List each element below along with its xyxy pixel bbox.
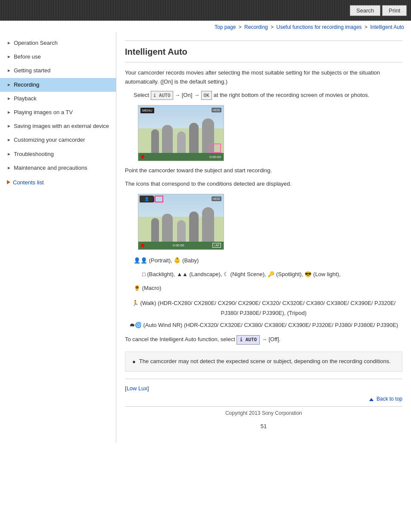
instruction-suffix: at the right bottom of the recording scr… <box>213 92 369 98</box>
print-button[interactable]: Print <box>382 5 407 16</box>
detection-highlight <box>155 196 163 202</box>
intro-text: Your camcorder records movies after sele… <box>125 68 402 87</box>
up-arrow-icon <box>369 398 374 401</box>
sidebar-label: Playing images on a TV <box>14 109 112 116</box>
sidebar-item-maintenance[interactable]: ► Maintenance and precautions <box>0 161 116 175</box>
lowlight-icon: 😎 <box>305 271 311 277</box>
footer-divider <box>125 406 402 407</box>
night-icon: ☾ <box>224 271 229 277</box>
wind-icon: 🌧🌀 <box>129 322 142 328</box>
camera-time-2: 0:00:00 <box>173 243 184 247</box>
breadcrumb-useful-link[interactable]: Useful functions for recording images <box>276 24 361 30</box>
sidebar-item-playing-images[interactable]: ► Playing images on a TV <box>0 106 116 119</box>
main-content: Intelligent Auto Your camcorder records … <box>116 32 411 442</box>
sidebar: ► Operation Search ► Before use ► Gettin… <box>0 32 116 442</box>
spotlight-icon: 🔑 <box>268 271 274 277</box>
back-to-top-label: Back to top <box>377 396 402 402</box>
chevron-right-icon: ► <box>7 68 11 74</box>
cancel-arrow: → [Off]. <box>262 336 281 342</box>
sidebar-item-playback[interactable]: ► Playback <box>0 92 116 106</box>
camera-screen-2: MENU 👤 HDD 0:00:00 i AF <box>138 194 224 249</box>
sidebar-label: Playback <box>14 95 112 103</box>
cancel-line: To cancel the Intelligent Auto function,… <box>125 335 402 345</box>
iauto-instruction-btn: i AUTO <box>151 91 173 100</box>
scene-detect-badge: 👤 <box>140 196 153 202</box>
page-title: Intelligent Auto <box>125 47 402 57</box>
sidebar-label: Customizing your camcorder <box>14 136 112 144</box>
layout: ► Operation Search ► Before use ► Gettin… <box>0 32 411 442</box>
header-buttons: Search Print <box>350 5 407 16</box>
night-label: (Night Scene), <box>230 271 268 277</box>
note-bullet: The camcorder may not detect the expecte… <box>132 357 395 367</box>
camera-image-2: MENU 👤 HDD 0:00:00 i AF <box>138 194 224 250</box>
low-lux-row: [Low Lux] <box>125 385 402 392</box>
back-to-top-row: Back to top <box>125 396 402 402</box>
sidebar-item-operation-search[interactable]: ► Operation Search <box>0 36 116 50</box>
breadcrumb: Top page > Recording > Useful functions … <box>0 21 411 32</box>
chevron-right-icon: ► <box>7 82 11 88</box>
sidebar-label: Maintenance and precautions <box>14 164 112 172</box>
contents-list-label: Contents list <box>13 179 44 186</box>
chevron-right-icon: ► <box>7 151 11 157</box>
top-divider <box>125 40 402 41</box>
walk-tripod-row: 🏃 (Walk) (HDR-CX280/ CX280E/ CX290/ CX29… <box>125 298 402 318</box>
portrait-label: (Portrait), <box>149 257 174 264</box>
camera-time: 0:00:00 <box>209 155 221 159</box>
low-lux-link[interactable]: Low Lux <box>127 385 147 392</box>
sidebar-item-before-use[interactable]: ► Before use <box>0 50 116 64</box>
menu-icon: MENU <box>140 108 154 113</box>
bottom-divider <box>125 379 402 379</box>
breadcrumb-top-link[interactable]: Top page <box>215 24 236 30</box>
contents-list-link[interactable]: Contents list <box>0 175 116 190</box>
title-divider <box>125 62 402 62</box>
macro-label: (Macro) <box>142 285 162 291</box>
ok-instruction-btn: OK <box>201 91 212 100</box>
sidebar-item-saving-images[interactable]: ► Saving images with an external device <box>0 119 116 133</box>
chevron-right-icon: ► <box>7 123 11 129</box>
cancel-prefix: To cancel the Intelligent Auto function,… <box>125 336 235 342</box>
landscape-icon: ▲▲ <box>177 271 188 277</box>
baby-icon: 👶 <box>174 257 181 264</box>
camera-bg-2 <box>138 194 224 249</box>
chevron-right-icon: ► <box>7 54 11 60</box>
sidebar-label: Operation Search <box>14 39 112 47</box>
sidebar-item-recording[interactable]: ► Recording <box>0 78 116 92</box>
iauto-cancel-badge: i AUTO <box>237 335 260 345</box>
chevron-right-icon: ► <box>7 109 11 115</box>
sidebar-item-customizing[interactable]: ► Customizing your camcorder <box>0 133 116 147</box>
search-button[interactable]: Search <box>350 5 380 16</box>
sidebar-item-troubleshooting[interactable]: ► Troubleshooting <box>0 147 116 161</box>
sidebar-item-getting-started[interactable]: ► Getting started <box>0 64 116 78</box>
lowlight-label: (Low light), <box>313 271 341 277</box>
sidebar-label: Troubleshooting <box>14 150 112 158</box>
note-text: The camcorder may not detect the expecte… <box>139 357 391 366</box>
sidebar-label: Getting started <box>14 67 112 75</box>
iauto-highlight-box <box>209 143 221 153</box>
scene-icons-row-macro: 🌻 (Macro) <box>134 283 402 294</box>
camera-bottom-bar-2: 0:00:00 i AF <box>138 242 224 249</box>
hd-label-2: HDD <box>212 196 221 201</box>
header-bar: Search Print <box>0 0 411 21</box>
breadcrumb-recording-link[interactable]: Recording <box>244 24 268 30</box>
rec-dot <box>141 155 144 159</box>
note-box: The camcorder may not detect the expecte… <box>125 352 402 372</box>
page-number: 51 <box>125 423 402 434</box>
wind-label: (Auto Wind NR) (HDR-CX320/ CX320E/ CX380… <box>143 322 398 328</box>
walk-icon: 🏃 <box>132 300 139 306</box>
macro-icon: 🌻 <box>134 285 140 291</box>
backlight-icon: □ <box>142 271 146 277</box>
camera-bottom-bar: 0:00:00 <box>138 153 224 161</box>
back-to-top-link[interactable]: Back to top <box>369 396 402 402</box>
instruction-line: Select i AUTO → [On] → OK at the right b… <box>134 91 402 100</box>
chevron-right-icon: ► <box>7 137 11 143</box>
backlight-label: (Backlight), <box>147 271 177 277</box>
chevron-right-icon: ► <box>7 165 11 171</box>
hd-label: HDD <box>212 108 221 112</box>
sidebar-label: Saving images with an external device <box>14 122 112 130</box>
rec-dot-2 <box>141 244 144 247</box>
auto-wind-row: 🌧🌀 (Auto Wind NR) (HDR-CX320/ CX320E/ CX… <box>125 320 402 330</box>
icons-text: The icons that correspond to the conditi… <box>125 180 402 189</box>
landscape-label: (Landscape), <box>189 271 224 277</box>
sidebar-label: Recording <box>14 81 112 89</box>
chevron-right-icon: ► <box>7 40 11 46</box>
